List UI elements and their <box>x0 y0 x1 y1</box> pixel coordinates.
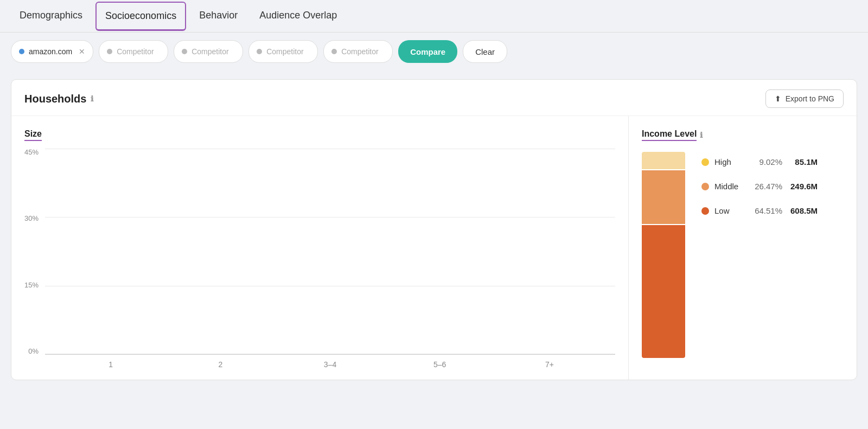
segment-middle <box>642 170 685 225</box>
income-section: Income Level ℹ <box>629 116 857 380</box>
bar-chart-section: Size 45% 30% 15% 0% <box>11 116 629 380</box>
legend-value-low: 608.5M <box>788 206 818 215</box>
export-label: Export to PNG <box>786 94 834 103</box>
legend-dot-low <box>701 207 709 215</box>
site-input-3[interactable]: Competitor <box>174 40 243 63</box>
legend-pct-low: 64.51% <box>752 206 782 215</box>
export-icon: ⬆ <box>775 94 781 103</box>
competitor-bar: amazon.com ✕ Competitor Competitor Compe… <box>0 33 868 71</box>
site-input-2[interactable]: Competitor <box>99 40 168 63</box>
site-placeholder-4: Competitor <box>266 47 310 56</box>
income-title: Income Level ℹ <box>642 129 844 141</box>
dot-icon-2 <box>107 49 112 54</box>
card-header: Households ℹ ⬆ Export to PNG <box>11 80 857 116</box>
legend-label-low: Low <box>714 206 747 215</box>
households-card: Households ℹ ⬆ Export to PNG Size 45% 30 <box>11 79 857 380</box>
card-title: Households ℹ <box>24 93 93 105</box>
x-label-1: 1 <box>86 360 135 371</box>
tab-socioeconomics[interactable]: Socioeconomics <box>95 2 186 31</box>
tab-demographics[interactable]: Demographics <box>11 0 91 33</box>
site-input-1[interactable]: amazon.com ✕ <box>11 40 93 63</box>
tab-audience-overlap[interactable]: Audience Overlap <box>251 0 346 33</box>
site-placeholder-2: Competitor <box>117 47 160 56</box>
income-info-icon[interactable]: ℹ <box>700 131 703 139</box>
nav-tabs: Demographics Socioeconomics Behavior Aud… <box>0 0 868 33</box>
y-label-30: 30% <box>24 215 39 222</box>
y-label-15: 15% <box>24 281 39 289</box>
income-legend: High 9.02% 85.1M Middle 26.47% 249.6M <box>701 152 818 215</box>
legend-item-low: Low 64.51% 608.5M <box>701 206 818 215</box>
x-label-7plus: 7+ <box>525 360 574 371</box>
segment-high <box>642 152 685 170</box>
info-icon[interactable]: ℹ <box>91 94 93 103</box>
dot-icon-4 <box>257 49 262 54</box>
x-label-2: 2 <box>196 360 245 371</box>
close-icon-1[interactable]: ✕ <box>79 47 85 56</box>
legend-dot-high <box>701 158 709 166</box>
clear-button[interactable]: Clear <box>463 40 507 63</box>
legend-value-high: 85.1M <box>788 157 818 167</box>
site-placeholder-3: Competitor <box>192 47 235 56</box>
legend-label-middle: Middle <box>714 182 747 191</box>
chart-container: Size 45% 30% 15% 0% <box>11 116 857 380</box>
site-placeholder-5: Competitor <box>341 47 385 56</box>
x-label-34: 3–4 <box>306 360 355 371</box>
income-chart-area: High 9.02% 85.1M Middle 26.47% 249.6M <box>642 152 844 358</box>
site-input-5[interactable]: Competitor <box>323 40 393 63</box>
dot-icon-3 <box>182 49 187 54</box>
legend-item-middle: Middle 26.47% 249.6M <box>701 182 818 191</box>
size-title: Size <box>24 129 615 141</box>
site-input-4[interactable]: Competitor <box>248 40 318 63</box>
segment-low <box>642 225 685 358</box>
dot-icon-1 <box>19 49 24 54</box>
tab-behavior[interactable]: Behavior <box>190 0 246 33</box>
x-label-56: 5–6 <box>416 360 464 371</box>
legend-item-high: High 9.02% 85.1M <box>701 157 818 167</box>
compare-button[interactable]: Compare <box>398 40 457 63</box>
households-title: Households <box>24 93 86 105</box>
main-content: Households ℹ ⬆ Export to PNG Size 45% 30 <box>0 71 868 389</box>
export-button[interactable]: ⬆ Export to PNG <box>765 89 844 108</box>
legend-value-middle: 249.6M <box>788 182 818 191</box>
y-label-0: 0% <box>28 348 39 355</box>
legend-label-high: High <box>714 157 747 167</box>
legend-dot-middle <box>701 183 709 190</box>
legend-pct-high: 9.02% <box>752 157 782 167</box>
dot-icon-5 <box>331 49 337 54</box>
site-name-1: amazon.com <box>29 47 72 56</box>
legend-pct-middle: 26.47% <box>752 182 782 191</box>
income-stacked-bar <box>642 152 685 358</box>
y-label-45: 45% <box>24 149 39 156</box>
